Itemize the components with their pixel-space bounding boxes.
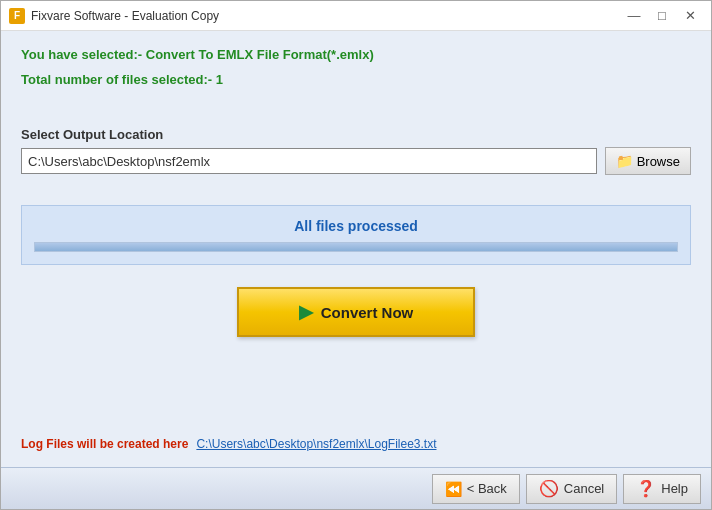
output-path-input[interactable]	[21, 148, 597, 174]
output-row: 📁 Browse	[21, 147, 691, 175]
cancel-icon: 🚫	[539, 479, 559, 498]
convert-button-label: Convert Now	[321, 304, 414, 321]
output-section: Select Output Location 📁 Browse	[21, 127, 691, 175]
title-bar: F Fixvare Software - Evaluation Copy — □…	[1, 1, 711, 31]
maximize-button[interactable]: □	[649, 5, 675, 27]
close-button[interactable]: ✕	[677, 5, 703, 27]
log-prefix-label: Log Files will be created here	[21, 437, 188, 451]
help-button[interactable]: ❓ Help	[623, 474, 701, 504]
log-section: Log Files will be created here C:\Users\…	[21, 429, 691, 451]
help-icon: ❓	[636, 479, 656, 498]
cancel-button[interactable]: 🚫 Cancel	[526, 474, 617, 504]
bottom-bar: ⏪ < Back 🚫 Cancel ❓ Help	[1, 467, 711, 509]
browse-label: Browse	[637, 154, 680, 169]
cancel-label: Cancel	[564, 481, 604, 496]
convert-section: ▶ Convert Now	[21, 287, 691, 337]
convert-icon: ▶	[299, 301, 313, 323]
window-title: Fixvare Software - Evaluation Copy	[31, 9, 621, 23]
browse-button[interactable]: 📁 Browse	[605, 147, 691, 175]
minimize-button[interactable]: —	[621, 5, 647, 27]
progress-bar-fill	[35, 243, 677, 251]
main-window: F Fixvare Software - Evaluation Copy — □…	[0, 0, 712, 510]
help-label: Help	[661, 481, 688, 496]
selected-format-line: You have selected:- Convert To EMLX File…	[21, 47, 691, 62]
window-controls: — □ ✕	[621, 5, 703, 27]
progress-section: All files processed	[21, 205, 691, 265]
back-icon: ⏪	[445, 481, 462, 497]
files-count-line: Total number of files selected:- 1	[21, 72, 691, 87]
main-content: You have selected:- Convert To EMLX File…	[1, 31, 711, 467]
app-icon: F	[9, 8, 25, 24]
folder-icon: 📁	[616, 153, 633, 169]
output-label: Select Output Location	[21, 127, 691, 142]
log-path-link[interactable]: C:\Users\abc\Desktop\nsf2emlx\LogFilee3.…	[196, 437, 436, 451]
convert-now-button[interactable]: ▶ Convert Now	[237, 287, 476, 337]
progress-status-label: All files processed	[34, 218, 678, 234]
back-button[interactable]: ⏪ < Back	[432, 474, 520, 504]
progress-bar-container	[34, 242, 678, 252]
back-label: < Back	[467, 481, 507, 496]
